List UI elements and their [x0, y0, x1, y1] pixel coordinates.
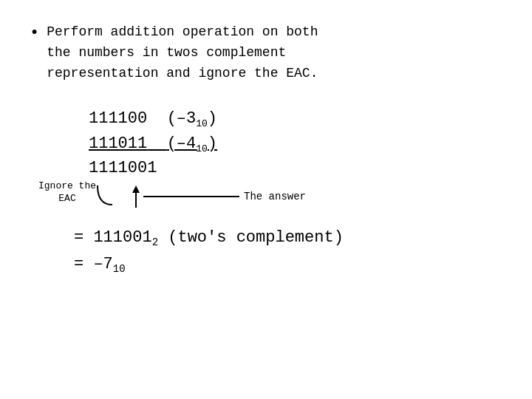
result-suffix: (two's complement) [158, 228, 344, 247]
bullet-section: • Perform addition operation on both the… [30, 22, 502, 84]
row1-sub: 10 [196, 118, 208, 129]
comp-row3: 1111001 [89, 156, 502, 180]
up-arrow-svg [129, 184, 143, 209]
row1-val: (–3 [167, 109, 197, 128]
row2-close: ) [208, 134, 217, 153]
bullet-line2: the numbers in twos complement [47, 45, 286, 60]
bullet-line3: representation and ignore the EAC. [47, 66, 318, 81]
row3-bits: 1111001 [89, 159, 157, 177]
answer-label: The answer [244, 191, 306, 202]
curly-brace-svg [92, 184, 129, 209]
row2-val: (–4 [167, 134, 197, 153]
row2-sub: 10 [196, 143, 208, 154]
result-sub: 2 [152, 237, 158, 249]
row1-bits: 111100 [89, 109, 147, 128]
result-line1: = 1110012 (two's complement) [74, 225, 502, 251]
bullet-symbol: • [30, 24, 39, 42]
result-area: = 1110012 (two's complement) = –710 [74, 225, 502, 278]
horiz-line-svg [143, 193, 239, 200]
result-equals2: = [74, 255, 93, 273]
row1-close: ) [208, 109, 217, 128]
ignore-label: Ignore theEAC [38, 180, 96, 205]
computation-area: 111100 (–310) 111011 (–410) 1111001 Igno… [89, 106, 502, 211]
result-bits: 111001 [93, 228, 151, 247]
bullet-line1: Perform addition operation on both [47, 24, 318, 39]
slide: • Perform addition operation on both the… [0, 0, 532, 399]
comp-row1: 111100 (–310) [89, 106, 502, 132]
bullet-text: Perform addition operation on both the n… [47, 22, 318, 84]
result-sub2: 10 [113, 264, 126, 276]
result-equals1: = [74, 228, 93, 247]
result-neg7: –7 [93, 255, 112, 273]
result-line2: = –710 [74, 251, 502, 278]
svg-marker-1 [132, 185, 140, 193]
row2-bits: 111011 [89, 134, 147, 153]
comp-row2: 111011 (–410) [89, 132, 502, 157]
arrow-row: Ignore theEAC The answer [89, 183, 502, 210]
